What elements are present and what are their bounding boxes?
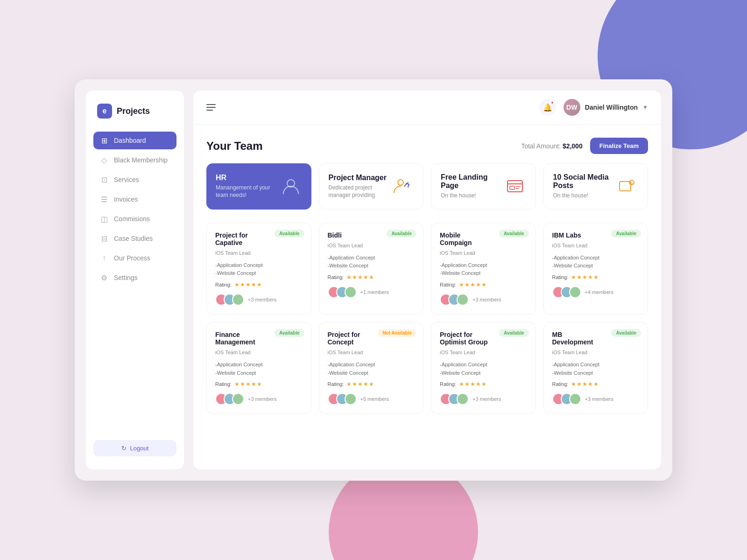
team-card-social-media[interactable]: 10 Social Media Posts On the house! @ (543, 163, 648, 210)
project-feature: -Application Concept (215, 261, 303, 270)
project-card-capative[interactable]: Available Project for Capative iOS Team … (206, 223, 311, 315)
project-features: -Application Concept-Website Concept (215, 361, 303, 377)
members-count: +4 members (585, 289, 613, 295)
project-card-project-optimist[interactable]: Available Project for Optimist Group iOS… (431, 322, 536, 414)
app-title: Projects (117, 106, 150, 116)
sidebar-item-black-membership[interactable]: ◇ Black Membership (93, 151, 176, 169)
availability-badge: Available (499, 230, 529, 238)
availability-badge: Available (387, 230, 416, 238)
chevron-down-icon: ▼ (642, 104, 648, 111)
sidebar-item-settings[interactable]: ⚙ Settings (93, 269, 176, 287)
project-rating: Rating: ★★★★★ (440, 381, 527, 387)
sidebar-item-label: Commisions (114, 215, 150, 223)
members-count: +3 members (472, 396, 501, 402)
total-amount-value: $2,000 (563, 142, 583, 150)
availability-badge: Available (499, 329, 529, 337)
team-card-pm-title: Project Manager (329, 174, 392, 182)
project-rating: Rating: ★★★★★ (552, 274, 640, 280)
team-card-sm-icon: @ (616, 175, 638, 197)
members-count: +5 members (360, 396, 389, 402)
project-features: -Application Concept-Website Concept (552, 254, 640, 270)
team-card-lp-desc: On the house! (441, 192, 504, 200)
stars: ★★★★★ (571, 381, 599, 387)
project-feature: -Application Concept (440, 361, 527, 369)
your-team-section-header: Your Team Total Amount: $2,000 Finalize … (206, 138, 648, 154)
project-card-mobile-compaign[interactable]: Available Mobile Compaign iOS Team Lead … (431, 223, 536, 315)
services-icon: ⊡ (100, 175, 108, 184)
project-features: -Application Concept-Website Concept (215, 261, 303, 278)
sidebar-item-invoices[interactable]: ☰ Invoices (93, 190, 176, 208)
header: 🔔 DW Daniel Willington ▼ (193, 91, 661, 125)
menu-toggle[interactable] (206, 104, 216, 111)
avatar (457, 294, 469, 306)
project-feature: -Application Concept (328, 254, 415, 262)
project-rating: Rating: ★★★★★ (328, 381, 415, 387)
stars: ★★★★★ (346, 274, 374, 280)
project-feature: -Website Concept (440, 369, 527, 378)
avatar (232, 393, 244, 405)
sidebar-item-dashboard[interactable]: ⊞ Dashboard (93, 132, 176, 149)
finalize-team-button[interactable]: Finalize Team (590, 138, 648, 154)
members-count: +3 members (472, 297, 501, 302)
sidebar-item-services[interactable]: ⊡ Services (93, 171, 176, 189)
project-rating: Rating: ★★★★★ (215, 281, 303, 288)
project-feature: -Website Concept (440, 269, 527, 278)
team-card-hr[interactable]: HR Manangement of your team needs! (206, 163, 311, 210)
project-feature: -Website Concept (215, 269, 303, 278)
sidebar-item-case-studies[interactable]: ⊟ Case Studies (93, 230, 176, 247)
project-features: -Application Concept-Website Concept (552, 361, 640, 377)
notifications-button[interactable]: 🔔 (539, 99, 556, 116)
team-card-hr-title: HR (216, 174, 280, 182)
project-feature: -Application Concept (328, 361, 415, 369)
content-area: Your Team Total Amount: $2,000 Finalize … (193, 125, 661, 469)
user-menu[interactable]: DW Daniel Willington ▼ (564, 99, 648, 116)
project-footer: +3 members (215, 393, 303, 405)
team-card-landing-page[interactable]: Free Landing Page On the house! (431, 163, 536, 210)
project-lead: iOS Team Lead (440, 250, 527, 256)
avatar (345, 393, 357, 405)
team-card-pm-icon (391, 175, 414, 197)
project-footer: +4 members (552, 286, 640, 298)
svg-rect-4 (510, 186, 514, 189)
user-name: Daniel Willington (585, 104, 638, 111)
sidebar-item-our-process[interactable]: ↑ Our Process (93, 249, 176, 267)
black-membership-icon: ◇ (100, 156, 108, 164)
sidebar-item-label: Invoices (114, 196, 138, 203)
logo-icon: e (97, 104, 112, 119)
project-lead: iOS Team Lead (215, 350, 303, 355)
project-feature: -Application Concept (552, 361, 640, 369)
members-count: +1 members (360, 289, 389, 295)
sidebar: e Projects ⊞ Dashboard ◇ Black Membershi… (86, 91, 184, 469)
stars: ★★★★★ (346, 381, 374, 387)
project-rating: Rating: ★★★★★ (440, 281, 527, 288)
availability-badge: Available (275, 230, 304, 238)
project-feature: -Application Concept (440, 261, 527, 270)
logout-label: Logout (130, 445, 149, 452)
avatars-group (552, 286, 581, 298)
sidebar-item-label: Settings (114, 274, 138, 281)
project-card-bidli[interactable]: Available Bidli iOS Team Lead -Applicati… (319, 223, 424, 315)
team-card-project-manager[interactable]: Project Manager Dedicated project manage… (319, 163, 424, 210)
project-card-finance-management[interactable]: Available Finance Management iOS Team Le… (206, 322, 311, 414)
our-process-icon: ↑ (100, 254, 108, 262)
avatars-group (552, 393, 581, 405)
stars: ★★★★★ (234, 381, 262, 387)
sidebar-item-label: Black Membership (114, 156, 168, 164)
project-card-project-concept[interactable]: Not Available Project for Concept iOS Te… (319, 322, 424, 414)
avatar: DW (564, 99, 580, 116)
sidebar-item-label: Case Studies (114, 235, 153, 242)
avatar (232, 294, 244, 306)
invoices-icon: ☰ (100, 195, 108, 203)
project-card-ibm-labs[interactable]: Available IBM Labs iOS Team Lead -Applic… (543, 223, 648, 315)
projects-grid: Available Project for Capative iOS Team … (206, 223, 648, 414)
avatar (569, 286, 581, 298)
avatars-group (215, 294, 244, 306)
availability-badge: Available (275, 329, 304, 337)
settings-icon: ⚙ (100, 273, 108, 282)
project-card-mb-development[interactable]: Available MB Development iOS Team Lead -… (543, 322, 648, 414)
logout-button[interactable]: ↻ Logout (93, 440, 176, 456)
sidebar-item-commisions[interactable]: ◫ Commisions (93, 210, 176, 228)
sidebar-spacer (93, 288, 176, 433)
project-lead: iOS Team Lead (440, 350, 527, 355)
members-count: +3 members (248, 297, 276, 302)
